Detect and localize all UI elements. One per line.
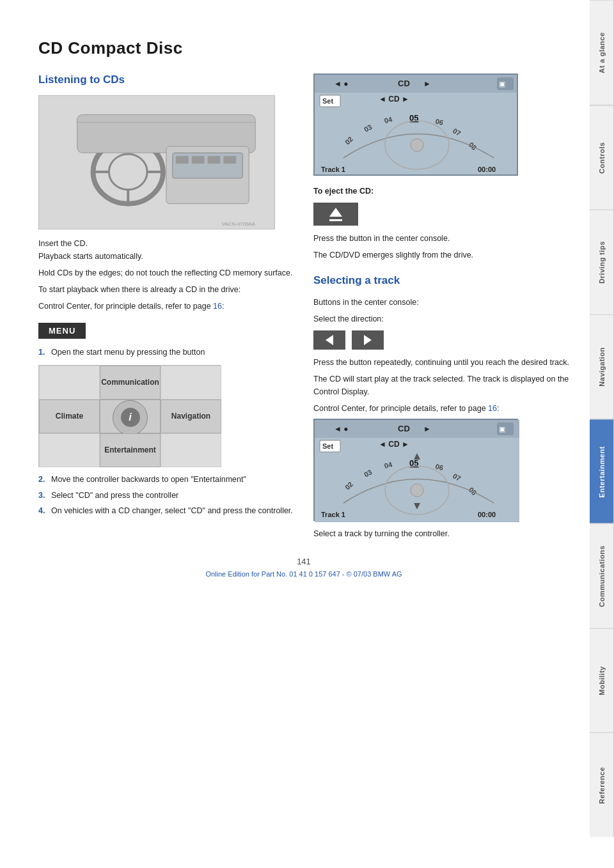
section2-body-3: Control Center, for principle details, r… [313, 402, 569, 415]
step-1: 1. Open the start menu by pressing the b… [38, 346, 294, 359]
sidebar-tab-mobility[interactable]: Mobility [590, 628, 614, 733]
sidebar-tab-driving-tips[interactable]: Driving tips [590, 210, 614, 314]
body-start-playback: To start playback when there is already … [38, 283, 294, 296]
svg-text:Set: Set [322, 442, 333, 450]
cell-communication: Communication [100, 366, 161, 399]
cell-entertainment: Entertainment [100, 433, 161, 467]
content-columns: Listening to CDs [38, 74, 569, 544]
communication-label: Communication [101, 378, 159, 387]
svg-text:Track 1: Track 1 [321, 511, 345, 518]
step-3-num: 3. [38, 490, 47, 502]
step-2: 2. Move the controller backwards to open… [38, 474, 294, 486]
left-column: Listening to CDs [38, 74, 294, 544]
sidebar-tab-reference[interactable]: Reference [590, 732, 614, 837]
svg-rect-11 [192, 156, 205, 164]
eject-triangle-icon [329, 208, 342, 217]
section2-heading: Selecting a track [313, 274, 569, 287]
step-4-text: On vehicles with a CD changer, select "C… [51, 505, 293, 517]
i-icon: i [121, 408, 140, 427]
svg-rect-10 [176, 156, 189, 164]
select-track-footer: Select a track by turning the controller… [313, 527, 569, 540]
eject-heading-text: To eject the CD: [313, 187, 374, 196]
page-title: CD Compact Disc [38, 38, 569, 58]
eject-body-2: The CD/DVD emerges slightly from the dri… [313, 249, 569, 261]
cell-center[interactable]: i [100, 399, 161, 433]
controller-diagram: Communication Climate i Navigation [38, 365, 221, 467]
cell-navigation: Navigation [161, 399, 221, 433]
eject-button[interactable] [313, 203, 358, 226]
prev-track-button[interactable] [313, 330, 345, 350]
body-control-center: Control Center, for principle details, r… [38, 300, 294, 313]
svg-text:CD: CD [398, 424, 410, 433]
sidebar-tab-navigation[interactable]: Navigation [590, 314, 614, 419]
step-1-text: Open the start menu by pressing the butt… [51, 346, 205, 359]
svg-text:00:00: 00:00 [478, 511, 496, 518]
step-4-num: 4. [38, 505, 47, 517]
svg-text:►: ► [423, 424, 431, 433]
entertainment-label: Entertainment [104, 446, 156, 454]
body-insert-cd: Insert the CD.Playback starts automatica… [38, 237, 294, 263]
footer-text: Online Edition for Part No. 01 41 0 157 … [38, 570, 569, 578]
cell-bottom-right [161, 433, 221, 467]
svg-point-34 [411, 139, 423, 151]
controller-center-knob[interactable]: i [113, 400, 148, 435]
page-16-link1[interactable]: 16 [213, 302, 222, 311]
svg-text:00:00: 00:00 [478, 166, 496, 173]
page-number: 141 [38, 557, 569, 566]
eject-heading: To eject the CD: [313, 185, 569, 198]
sidebar-tab-at-a-glance[interactable]: At a glance [590, 0, 614, 105]
car-dashboard-svg: VACN-0700AA [39, 95, 274, 229]
step-1-num: 1. [38, 346, 47, 359]
cd-screen-1: ◄ ● CD ► ▣ ◄ CD ► Set 02 03 04 05 [313, 74, 518, 176]
eject-bar-icon [329, 219, 342, 221]
sidebar-tab-entertainment[interactable]: Entertainment [590, 419, 614, 524]
cd-screen-2-svg: ◄ ● CD ► ▣ ◄ CD ► Set 02 03 04 05 06 07 … [315, 420, 519, 522]
step-2-num: 2. [38, 474, 47, 486]
section2-body-1: Press the button repeatedly, continuing … [313, 356, 569, 369]
arrow-right-icon [364, 335, 372, 345]
svg-text:VACN-0700AA: VACN-0700AA [222, 221, 256, 227]
step-2-text: Move the controller backwards to open "E… [51, 474, 246, 486]
svg-rect-13 [223, 156, 236, 164]
svg-text:◄ ●: ◄ ● [334, 79, 348, 88]
section2-intro: Buttons in the center console: [313, 296, 569, 309]
svg-text:Set: Set [322, 97, 333, 105]
eject-icon [329, 208, 342, 221]
svg-text:Track 1: Track 1 [321, 166, 345, 173]
navigation-label: Navigation [171, 412, 210, 421]
car-dashboard-image: VACN-0700AA [38, 95, 275, 229]
arrow-buttons [313, 330, 569, 350]
section2-body-2: The CD will start play at the track sele… [313, 373, 569, 398]
main-content: CD Compact Disc Listening to CDs [0, 0, 588, 603]
svg-text:◄  CD  ►: ◄ CD ► [379, 440, 409, 449]
cell-climate: Climate [39, 399, 100, 433]
sidebar-tab-communications[interactable]: Communications [590, 523, 614, 628]
body-hold-cds: Hold CDs by the edges; do not touch the … [38, 267, 294, 279]
menu-button[interactable]: MENU [38, 323, 86, 339]
sidebar-tab-controls[interactable]: Controls [590, 105, 614, 210]
step-4: 4. On vehicles with a CD changer, select… [38, 505, 294, 517]
cell-bottom-left [39, 433, 100, 467]
cd-screen-2: ◄ ● CD ► ▣ ◄ CD ► Set 02 03 04 05 06 07 … [313, 419, 518, 521]
section1-heading: Listening to CDs [38, 74, 294, 86]
svg-text:CD: CD [398, 79, 410, 88]
arrow-left-icon [326, 335, 333, 345]
svg-text:◄  CD  ►: ◄ CD ► [379, 95, 409, 104]
climate-label: Climate [56, 412, 83, 421]
svg-rect-12 [208, 156, 221, 164]
step-3: 3. Select "CD" and press the controller [38, 490, 294, 502]
page-16-link2[interactable]: 16 [488, 404, 497, 413]
cell-top-right [161, 366, 221, 399]
sidebar: At a glance Controls Driving tips Naviga… [590, 0, 614, 837]
cd-screen-1-svg: ◄ ● CD ► ▣ ◄ CD ► Set 02 03 04 05 [315, 75, 518, 176]
section2-direction: Select the direction: [313, 313, 569, 325]
eject-body-1: Press the button in the center console. [313, 232, 569, 245]
svg-text:►: ► [423, 79, 431, 88]
cell-top-left [39, 366, 100, 399]
svg-point-55 [411, 484, 423, 497]
svg-text:▣: ▣ [499, 425, 505, 433]
step-3-text: Select "CD" and press the controller [51, 490, 178, 502]
next-track-button[interactable] [352, 330, 384, 350]
right-column: ◄ ● CD ► ▣ ◄ CD ► Set 02 03 04 05 [313, 74, 569, 544]
svg-text:▣: ▣ [499, 80, 505, 88]
